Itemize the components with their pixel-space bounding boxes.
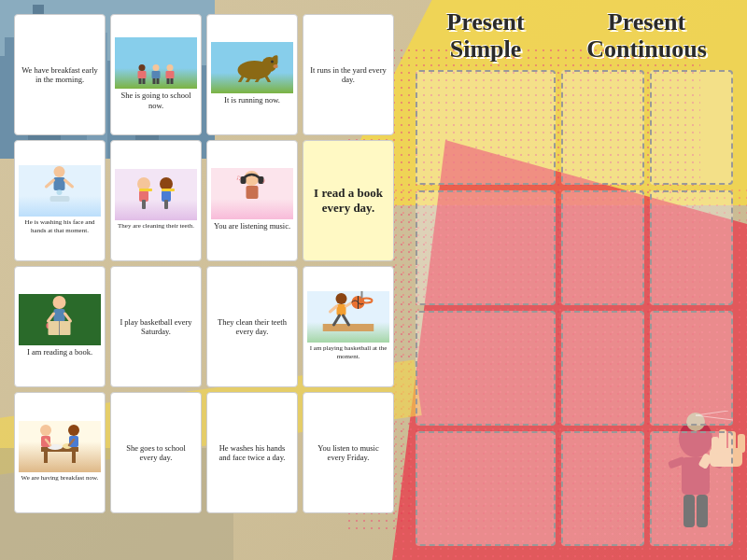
drop-zone-simple-2[interactable] (416, 190, 556, 305)
cards-grid: We have breakfast early in the morning. … (9, 9, 402, 518)
svg-rect-52 (164, 200, 168, 209)
svg-rect-86 (41, 436, 50, 447)
svg-rect-71 (337, 304, 346, 315)
card-listening-now[interactable]: ♪ ♫ You are listening music. (206, 140, 298, 261)
svg-rect-82 (72, 452, 76, 463)
drop-zone-continuous-1a[interactable] (561, 70, 644, 185)
card-school-now[interactable]: She is going to school now. (110, 14, 202, 135)
card-washing-now[interactable]: He is washing his face and hands at that… (14, 140, 106, 261)
drop-zone-simple-1[interactable] (416, 70, 556, 185)
card-dog-running-now[interactable]: It is running now. (206, 14, 298, 135)
svg-rect-54 (162, 189, 175, 191)
drop-zone-continuous-4a[interactable] (561, 431, 644, 546)
card-breakfast-now[interactable]: We are having breakfast now. (14, 392, 106, 513)
svg-rect-81 (44, 452, 48, 463)
svg-rect-88 (69, 436, 78, 447)
card-image-washing (19, 165, 101, 217)
svg-point-61 (53, 296, 66, 309)
header-present-simple: Present Simple (416, 9, 556, 63)
column-headers: Present Simple Present Continuous (416, 9, 738, 63)
card-teeth-now[interactable]: They are cleaning their teeth. (110, 140, 202, 261)
svg-point-70 (336, 293, 347, 304)
cards-panel: We have breakfast early in the morning. … (9, 9, 402, 551)
svg-rect-42 (54, 177, 65, 190)
svg-rect-49 (142, 200, 146, 209)
svg-rect-46 (50, 196, 70, 202)
card-image-basketball (307, 291, 389, 343)
card-music-habit[interactable]: You listen to music every Friday. (303, 392, 394, 513)
card-basketball-habit[interactable]: I play basketball every Saturday. (110, 266, 202, 387)
svg-line-65 (49, 314, 54, 321)
svg-text:♪: ♪ (262, 176, 266, 185)
svg-line-66 (65, 314, 71, 321)
drop-zone-simple-4[interactable] (416, 431, 556, 546)
svg-line-74 (334, 315, 340, 325)
svg-point-55 (245, 171, 260, 186)
header-present-continuous: Present Continuous (556, 9, 738, 63)
svg-rect-58 (247, 186, 259, 199)
svg-point-85 (40, 425, 51, 436)
svg-point-47 (137, 177, 150, 190)
drop-zone-continuous-3b[interactable] (650, 311, 733, 426)
svg-point-39 (271, 61, 274, 63)
sorting-panel: Present Simple Present Continuous (402, 9, 738, 551)
card-image-listening: ♪ ♫ (211, 168, 293, 219)
card-read-habit[interactable]: I read a book every day. (303, 140, 394, 261)
svg-rect-62 (54, 309, 65, 322)
svg-line-38 (266, 76, 270, 82)
svg-point-50 (160, 177, 173, 190)
svg-rect-53 (139, 189, 152, 191)
card-image-reading (19, 294, 101, 345)
card-basketball-now[interactable]: I am playing basketball at the moment. (303, 266, 394, 387)
header-present-simple-container: Present Simple (416, 9, 556, 63)
card-teeth-habit[interactable]: They clean their teeth every day. (206, 266, 298, 387)
svg-line-43 (47, 180, 54, 187)
card-image-dog (211, 42, 293, 93)
svg-line-44 (65, 180, 73, 187)
svg-line-75 (344, 315, 349, 325)
drop-zone-continuous-3a[interactable] (561, 311, 644, 426)
drop-zones-grid (411, 70, 738, 551)
card-dog-runs-habit[interactable]: It runs in the yard every day. (303, 14, 394, 135)
svg-point-45 (57, 189, 63, 195)
main-content: We have breakfast early in the morning. … (0, 0, 747, 560)
svg-line-35 (240, 76, 244, 82)
drop-zone-continuous-1b[interactable] (650, 70, 733, 185)
drop-zone-continuous-4b[interactable] (650, 431, 733, 546)
svg-point-41 (54, 166, 65, 177)
card-breakfast-habit[interactable]: We have breakfast early in the morning. (14, 14, 106, 135)
card-reading-now[interactable]: I am reading a book. (14, 266, 106, 387)
card-image-teeth (115, 169, 197, 220)
card-wash-habit[interactable]: He washes his hands and face twice a day… (206, 392, 298, 513)
svg-text:♫: ♫ (236, 174, 242, 182)
header-present-continuous-container: Present Continuous (556, 9, 738, 63)
svg-line-73 (331, 306, 337, 312)
drop-zone-simple-3[interactable] (416, 311, 556, 426)
card-image-breakfast-now (19, 421, 101, 472)
drop-zone-continuous-2b[interactable] (650, 190, 733, 305)
card-image-school (115, 37, 197, 89)
svg-point-87 (68, 425, 79, 436)
card-school-habit[interactable]: She goes to school every day. (110, 392, 202, 513)
drop-zone-continuous-2a[interactable] (561, 190, 644, 305)
